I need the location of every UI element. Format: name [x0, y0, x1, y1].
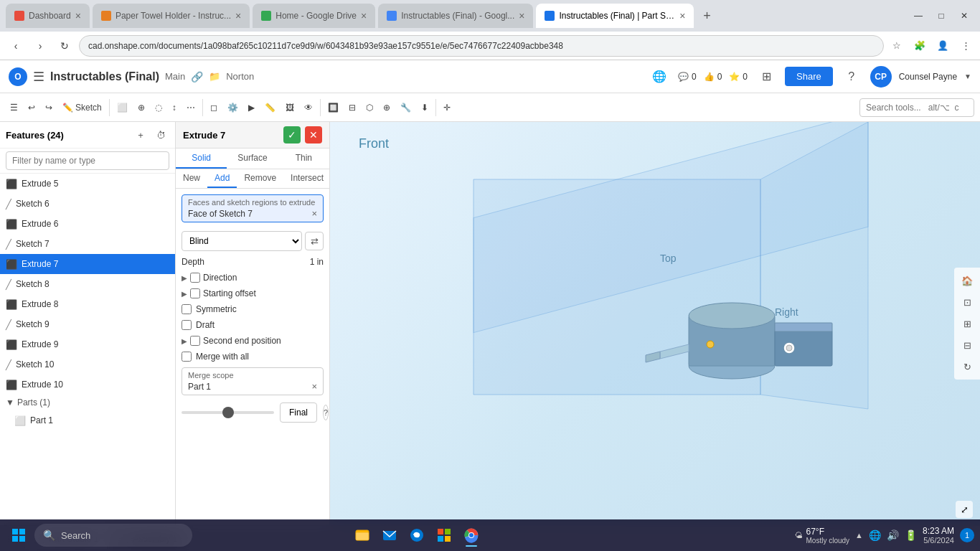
chevron-up-icon[interactable]: ▲ — [855, 531, 863, 540]
help-icon[interactable]: ? — [840, 65, 863, 88]
merge-all-checkbox[interactable] — [182, 352, 192, 362]
minimize-button[interactable]: — — [908, 6, 928, 26]
help-button[interactable]: ? — [323, 405, 329, 420]
tab-close-3[interactable]: × — [361, 10, 367, 22]
browser-tab-2[interactable]: Paper Towel Holder - Instruc... × — [93, 4, 250, 28]
tools-button[interactable]: 🔧 — [396, 97, 415, 118]
snap-button[interactable]: ✛ — [439, 97, 455, 118]
parts-section[interactable]: ▼ Parts (1) — [0, 395, 175, 410]
grid-icon[interactable]: ⊞ — [755, 65, 778, 88]
back-button[interactable]: ‹ — [6, 36, 26, 56]
sys-clock[interactable]: 8:23 AM 5/6/2024 — [923, 526, 954, 545]
tab-close-5[interactable]: × — [679, 10, 685, 22]
browser-menu-icon[interactable]: ⋮ — [957, 37, 974, 55]
plane-button[interactable]: ◻ — [206, 97, 222, 118]
sidebar-item-extrude9[interactable]: ⬛ Extrude 9 — [0, 334, 175, 354]
simulate-button[interactable]: ▶ — [244, 97, 259, 118]
sidebar-item-sketch10[interactable]: ╱ Sketch 10 — [0, 354, 175, 375]
search-tools-input[interactable] — [859, 98, 974, 117]
redo-button[interactable]: ↪ — [41, 97, 57, 118]
extension-icon[interactable]: 🧩 — [911, 37, 928, 55]
confirm-button[interactable]: ✓ — [283, 126, 301, 143]
select-tag-close-icon[interactable]: × — [311, 208, 317, 219]
weather-widget[interactable]: 🌤 67°F Mostly cloudy — [795, 527, 849, 545]
pattern-button[interactable]: ⋯ — [182, 97, 199, 118]
user-menu-chevron-icon[interactable]: ▼ — [964, 72, 971, 80]
op-tab-new[interactable]: New — [176, 169, 207, 188]
undo-button[interactable]: ↩ — [24, 97, 39, 118]
browser-tab-4[interactable]: Instructables (Final) - Googl... × — [378, 4, 533, 28]
rotate-button[interactable]: ↻ — [957, 357, 977, 377]
boolean-button[interactable]: ⊕ — [133, 97, 149, 118]
second-end-row[interactable]: ▶ Second end position — [176, 333, 329, 349]
link-icon[interactable]: 🔗 — [191, 71, 203, 83]
opacity-slider[interactable] — [182, 411, 274, 414]
add-feature-button[interactable]: + — [132, 126, 149, 143]
battery-icon[interactable]: 🔋 — [905, 529, 917, 541]
browser-tab-1[interactable]: Dashboard × — [6, 4, 90, 28]
flip-direction-button[interactable]: ⇄ — [305, 232, 324, 250]
starting-offset-row[interactable]: ▶ Starting offset — [176, 286, 329, 301]
taskbar-app-store[interactable] — [431, 522, 457, 548]
perspective-button[interactable]: 🏠 — [957, 270, 977, 291]
feature-history-button[interactable]: ⏱ — [152, 126, 169, 143]
fillet-button[interactable]: ◌ — [151, 97, 166, 118]
tab-thin[interactable]: Thin — [278, 149, 329, 169]
starting-offset-checkbox[interactable] — [190, 288, 200, 298]
tab-close-2[interactable]: × — [235, 10, 241, 22]
render-button[interactable]: 🖼 — [281, 97, 298, 118]
second-end-checkbox[interactable] — [190, 336, 200, 346]
close-button[interactable]: ✕ — [954, 6, 974, 26]
volume-icon[interactable]: 🔊 — [887, 529, 899, 541]
surface-button[interactable]: ⬜ — [113, 97, 132, 118]
transform-button[interactable]: ↕ — [168, 97, 181, 118]
merge-scope-close-icon[interactable]: × — [311, 381, 317, 392]
bookmark-star-icon[interactable]: ☆ — [888, 37, 905, 55]
section-button[interactable]: ⊟ — [344, 97, 360, 118]
sidebar-item-part1[interactable]: ⬜ Part 1 — [0, 410, 175, 430]
cancel-button[interactable]: ✕ — [305, 126, 322, 143]
taskbar-app-mail[interactable] — [377, 522, 402, 548]
taskbar-search[interactable]: 🔍 Search — [34, 524, 192, 547]
avatar[interactable]: CP — [870, 66, 892, 88]
sidebar-item-sketch8[interactable]: ╱ Sketch 8 — [0, 274, 175, 294]
zoom-in-button[interactable]: ⊞ — [957, 314, 977, 334]
taskbar-app-chrome[interactable] — [458, 522, 484, 548]
share-button[interactable]: Share — [785, 67, 833, 86]
measure-button[interactable]: 📏 — [260, 97, 280, 118]
sidebar-item-sketch7[interactable]: ╱ Sketch 7 — [0, 234, 175, 254]
display-button[interactable]: 🔲 — [324, 97, 343, 118]
network-icon[interactable]: 🌐 — [869, 529, 881, 541]
start-button[interactable] — [6, 522, 32, 548]
measure2-button[interactable]: ⬡ — [362, 97, 377, 118]
sidebar-item-extrude8[interactable]: ⬛ Extrude 8 — [0, 294, 175, 314]
sidebar-item-sketch6[interactable]: ╱ Sketch 6 — [0, 194, 175, 214]
more-button[interactable]: ⊕ — [379, 97, 395, 118]
draft-checkbox[interactable] — [182, 320, 192, 330]
op-tab-add[interactable]: Add — [207, 169, 237, 188]
tab-close-1[interactable]: × — [75, 10, 81, 22]
view-button[interactable]: 👁 — [300, 97, 317, 118]
sidebar-item-extrude5[interactable]: ⬛ Extrude 5 — [0, 174, 175, 194]
sidebar-item-extrude6[interactable]: ⬛ Extrude 6 — [0, 214, 175, 234]
hamburger-menu-icon[interactable]: ☰ — [33, 69, 44, 85]
direction-row[interactable]: ▶ Direction — [176, 270, 329, 286]
symmetric-checkbox[interactable] — [182, 304, 192, 314]
tab-solid[interactable]: Solid — [176, 149, 227, 169]
maximize-button[interactable]: □ — [931, 6, 951, 26]
sidebar-item-extrude7[interactable]: ⬛ Extrude 7 — [0, 254, 175, 274]
sidebar-item-sketch9[interactable]: ╱ Sketch 9 — [0, 314, 175, 334]
sketch-button[interactable]: ✏️ Sketch — [58, 97, 106, 118]
url-bar[interactable]: cad.onshape.com/documents/1a098baf265c10… — [79, 35, 884, 57]
globe-icon[interactable]: 🌐 — [648, 65, 671, 88]
expand-button[interactable]: ⤢ — [956, 501, 973, 518]
taskbar-app-explorer[interactable] — [349, 522, 375, 548]
profile-icon[interactable]: 👤 — [934, 37, 951, 55]
op-tab-remove[interactable]: Remove — [237, 169, 283, 188]
refresh-button[interactable]: ↻ — [55, 36, 75, 56]
taskbar-app-edge[interactable] — [404, 522, 430, 548]
filter-input[interactable] — [6, 151, 169, 170]
merge-scope-section[interactable]: Merge scope Part 1 × — [182, 367, 324, 395]
zoom-fit-button[interactable]: ⊡ — [957, 292, 977, 312]
face-select-box[interactable]: Faces and sketch regions to extrude Face… — [182, 194, 324, 222]
